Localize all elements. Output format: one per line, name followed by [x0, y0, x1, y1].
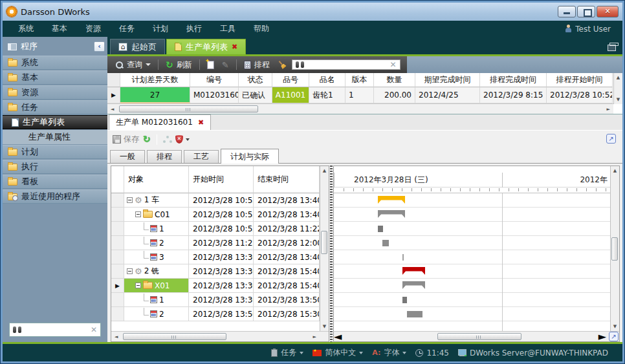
tree-object-cell[interactable]: 3 [124, 250, 189, 264]
grid-cell-2[interactable]: 已确认 [239, 87, 272, 103]
tree-start-cell[interactable]: 2012/3/28 13:50 [189, 307, 254, 321]
menu-item-2[interactable]: 资源 [76, 21, 110, 36]
new-button[interactable] [204, 59, 217, 70]
tree-start-cell[interactable]: 2012/3/28 10:52 [189, 208, 254, 222]
scroll-up-icon[interactable]: ▲ [323, 166, 326, 175]
sidebar-search-input[interactable] [25, 325, 87, 334]
scroll-left-icon[interactable]: ◄ [107, 107, 117, 112]
edit-button[interactable]: ✎ [219, 59, 232, 70]
gantt-bar-task[interactable] [407, 311, 422, 317]
grid-header-1[interactable]: 编号 [190, 73, 239, 87]
tree-start-cell[interactable]: 2012/3/28 11:22 [189, 236, 254, 250]
scroll-right-icon[interactable]: ► [310, 334, 320, 339]
scroll-up-icon[interactable]: ▲ [617, 73, 620, 82]
status-字体[interactable]: A:字体 [372, 347, 406, 358]
security-button[interactable] [175, 135, 190, 144]
tree-vscrollbar[interactable]: ▲ ▼ [320, 166, 329, 331]
gantt-expand-icon[interactable]: ↗ [609, 332, 619, 341]
grid-header-6[interactable]: 数量 [374, 73, 415, 87]
clear-button[interactable] [275, 59, 289, 70]
tree-row[interactable]: 12012/3/28 10:522012/3/28 11:22 [111, 222, 320, 236]
tree-row[interactable]: 32012/3/28 13:302012/3/28 13:40 [111, 250, 320, 264]
document-tab-close-icon[interactable]: ✖ [198, 118, 204, 127]
tab-起始页[interactable]: ⌂起始页 [110, 39, 165, 54]
tree-expand-icon[interactable] [127, 197, 133, 203]
tree-row[interactable]: ⚙2 铣2012/3/28 13:302012/3/28 15:40 [111, 264, 320, 279]
tree-start-cell[interactable]: 2012/3/28 10:52 [189, 222, 254, 236]
grid-cell-0[interactable]: 27 [120, 87, 190, 103]
tree-expand-icon[interactable] [135, 211, 141, 217]
tree-object-cell[interactable]: X01 [124, 279, 189, 293]
scroll-left-icon[interactable]: ◄ [111, 334, 121, 339]
menu-item-5[interactable]: 执行 [177, 21, 211, 36]
tree-expand-icon[interactable] [135, 283, 141, 288]
grid-cell-1[interactable]: M012031601 [190, 87, 239, 103]
gantt-bar-task[interactable] [382, 240, 389, 246]
grid-header-7[interactable]: 期望完成时间 [415, 73, 480, 87]
tree-row[interactable]: C012012/3/28 10:522012/3/28 13:40 [111, 208, 320, 222]
grid-header-0[interactable]: 计划差异天数 [120, 73, 190, 87]
sidebar-item-9[interactable]: 最近使用的程序 [3, 189, 107, 204]
scroll-right-icon[interactable]: ► [604, 107, 613, 112]
grid-cell-4[interactable]: 齿轮1 [309, 87, 345, 103]
tree-end-cell[interactable]: 2012/3/28 13:40 [254, 250, 320, 264]
tree-end-cell[interactable]: 2012/3/28 15:30 [254, 307, 320, 321]
tree-end-cell[interactable]: 2012/3/28 13:50 [254, 293, 320, 307]
document-tab[interactable]: 生产单 M012031601 ✖ [109, 114, 211, 130]
tree-start-cell[interactable]: 2012/3/28 13:30 [189, 293, 254, 307]
grid-cell-7[interactable]: 2012/4/25 [415, 87, 480, 103]
subtab-工艺[interactable]: 工艺 [184, 150, 219, 163]
hierarchy-button[interactable] [163, 136, 171, 144]
sidebar-item-5[interactable]: 生产单属性 [3, 130, 107, 144]
sidebar-search-clear-icon[interactable]: ✕ [91, 325, 97, 334]
splitter[interactable] [330, 166, 333, 342]
sidebar-item-3[interactable]: 任务 [3, 100, 107, 114]
sidebar-item-1[interactable]: 基本 [3, 70, 107, 85]
status-DWorks Server@FUNWAY-THINKPAD[interactable]: DWorks Server@FUNWAY-THINKPAD [458, 348, 608, 358]
grid-header-8[interactable]: 排程完成时间 [480, 73, 547, 87]
grid-cell-3[interactable]: A11001 [272, 87, 309, 103]
user-indicator[interactable]: Test User [565, 25, 616, 34]
grid-cell-9[interactable]: 2012/3/28 10:52 [547, 87, 613, 103]
status-任务[interactable]: 任务 [271, 347, 303, 358]
tree-end-cell[interactable]: 2012/3/28 15:40 [254, 264, 320, 279]
subtab-计划与实际[interactable]: 计划与实际 [221, 149, 279, 164]
scroll-left-icon[interactable]: ◄ [334, 330, 342, 342]
save-button[interactable]: 保存 [113, 134, 139, 145]
tree-object-cell[interactable]: ⚙1 车 [124, 193, 189, 208]
menu-item-6[interactable]: 工具 [211, 21, 245, 36]
查询-button[interactable]: 查询 [113, 58, 153, 72]
menu-item-7[interactable]: 帮助 [245, 21, 278, 36]
menu-item-3[interactable]: 任务 [110, 21, 144, 36]
scroll-down-icon[interactable]: ▼ [617, 95, 620, 104]
tree-header-1[interactable]: 开始时间 [189, 166, 254, 193]
sidebar-item-6[interactable]: 计划 [3, 145, 107, 159]
tree-object-cell[interactable]: 1 [124, 293, 189, 307]
tree-row[interactable]: 22012/3/28 11:222012/3/28 12:00 [111, 236, 320, 250]
tree-end-cell[interactable]: 2012/3/28 13:40 [254, 193, 320, 208]
tab-close-icon[interactable]: ✖ [232, 43, 237, 51]
tree-header-0[interactable]: 对象 [124, 166, 189, 193]
tree-row[interactable]: ⚙1 车2012/3/28 10:522012/3/28 13:40 [111, 193, 320, 208]
tree-end-cell[interactable]: 2012/3/28 13:40 [254, 208, 320, 222]
grid-header-4[interactable]: 品名 [309, 73, 345, 87]
scroll-down-icon[interactable]: ▼ [613, 322, 617, 331]
tree-start-cell[interactable]: 2012/3/28 13:30 [189, 250, 254, 264]
close-button[interactable] [597, 6, 619, 17]
tree-row[interactable]: ▶X012012/3/28 13:302012/3/28 15:40 [111, 279, 320, 293]
tree-object-cell[interactable]: 2 [124, 307, 189, 321]
menu-item-1[interactable]: 基本 [43, 21, 76, 36]
tree-row[interactable]: 22012/3/28 13:502012/3/28 15:30 [111, 307, 320, 321]
sidebar-item-2[interactable]: 资源 [3, 85, 107, 100]
status-简体中文[interactable]: 简体中文 [312, 347, 363, 358]
tab-生产单列表[interactable]: 生产单列表✖ [166, 39, 246, 54]
subtab-排程[interactable]: 排程 [147, 150, 182, 163]
toolbar-search-clear-icon[interactable]: ✕ [390, 60, 397, 69]
window-list-icon[interactable] [608, 45, 616, 51]
open-in-window-icon[interactable]: ↗ [606, 134, 616, 144]
tree-object-cell[interactable]: C01 [124, 208, 189, 222]
sidebar-item-8[interactable]: 看板 [3, 175, 107, 189]
tree-start-cell[interactable]: 2012/3/28 13:30 [189, 279, 254, 293]
scroll-down-icon[interactable]: ▼ [323, 322, 326, 331]
tree-expand-icon[interactable] [127, 268, 133, 274]
